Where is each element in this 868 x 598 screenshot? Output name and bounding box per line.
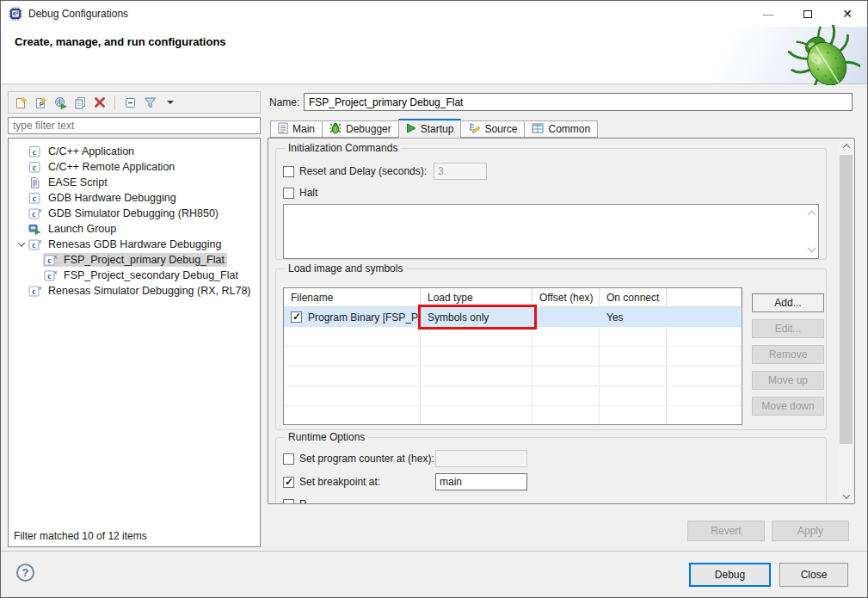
row-enabled-checkbox[interactable] xyxy=(291,311,302,323)
main-tab-icon xyxy=(278,122,288,137)
svg-text:c: c xyxy=(47,256,52,265)
set-program-counter-checkbox[interactable] xyxy=(283,453,294,465)
startup-play-icon xyxy=(406,123,416,136)
svg-text:c: c xyxy=(47,271,52,281)
tree-item-gdb-simulator-debugging[interactable]: cx GDB Simulator Debugging (RH850) xyxy=(9,206,260,221)
tree-item-gdb-hardware-debugging[interactable]: c GDB Hardware Debugging xyxy=(9,190,260,206)
svg-text:c: c xyxy=(33,193,37,202)
reset-delay-value-field[interactable] xyxy=(434,163,487,180)
tab-debugger[interactable]: Debugger xyxy=(322,120,399,138)
tab-source[interactable]: Source xyxy=(460,120,525,138)
filter-input[interactable] xyxy=(8,117,261,134)
tree-item-cpp-application[interactable]: c C/C++ Application xyxy=(9,144,260,159)
name-input[interactable] xyxy=(304,93,853,111)
halt-checkbox[interactable] xyxy=(283,188,294,199)
filter-status: Filter matched 10 of 12 items xyxy=(14,530,147,542)
set-breakpoint-checkbox[interactable] xyxy=(283,477,294,488)
source-tab-icon xyxy=(468,122,480,137)
remove-button: Remove xyxy=(752,345,824,364)
startup-tab-content: Initialization Commands Reset and Delay … xyxy=(268,138,855,504)
help-button[interactable]: ? xyxy=(16,564,34,582)
filter-launch-configurations-icon[interactable] xyxy=(142,95,157,110)
reset-and-delay-checkbox[interactable] xyxy=(283,166,294,177)
edit-button: Edit... xyxy=(752,319,824,338)
tree-item-renesas-gdb-hardware-debugging[interactable]: cx Renesas GDB Hardware Debugging xyxy=(9,237,260,252)
export-launch-configurations-icon[interactable] xyxy=(52,95,68,110)
group-title: Initialization Commands xyxy=(285,142,401,154)
toolbar-separator xyxy=(114,96,115,109)
svg-text:x: x xyxy=(39,207,42,213)
tree-item-fsp-project-primary[interactable]: cx FSP_Project_primary Debug_Flat xyxy=(9,252,260,268)
empty-table-row xyxy=(284,367,742,386)
tab-startup[interactable]: Startup xyxy=(398,119,462,139)
svg-text:e²: e² xyxy=(13,10,19,16)
maximize-button[interactable] xyxy=(788,1,828,27)
common-tab-icon xyxy=(532,123,544,136)
column-on-connect[interactable]: On connect xyxy=(600,288,667,306)
table-button-column: Add... Edit... Remove Move up Move down xyxy=(752,293,824,416)
tab-common[interactable]: Common xyxy=(524,120,598,138)
filter-menu-dropdown[interactable] xyxy=(162,95,177,110)
c-ext-icon: cx xyxy=(28,207,42,220)
scrollbar-down-arrow[interactable] xyxy=(839,490,853,502)
c-ext-icon: cx xyxy=(43,268,58,282)
tree-item-cpp-remote-application[interactable]: c C/C++ Remote Application xyxy=(9,159,260,175)
c-ext-icon: cx xyxy=(43,253,58,267)
config-toolbar: P xyxy=(8,91,261,114)
svg-text:x: x xyxy=(39,238,42,244)
breakpoint-field[interactable] xyxy=(435,473,527,490)
tree-item-launch-group[interactable]: Launch Group xyxy=(9,221,260,237)
tree-item-renesas-simulator-debugging[interactable]: cx Renesas Simulator Debugging (RX, RL78… xyxy=(9,283,260,299)
minimize-button[interactable]: — xyxy=(748,1,788,27)
c-app-icon: c xyxy=(28,160,42,174)
svg-text:x: x xyxy=(39,285,42,291)
script-icon xyxy=(28,176,42,189)
dialog-body: P xyxy=(1,85,867,551)
row-offset[interactable] xyxy=(532,307,600,327)
expander-chevron[interactable] xyxy=(15,242,28,247)
empty-table-row xyxy=(284,347,742,367)
halt-label: Halt xyxy=(299,187,317,199)
banner-heading: Create, manage, and run configurations xyxy=(15,35,226,48)
delete-launch-configuration-icon[interactable] xyxy=(92,95,108,110)
init-commands-textarea[interactable] xyxy=(283,204,819,259)
revert-button: Revert xyxy=(687,521,765,541)
group-title: Runtime Options xyxy=(285,431,368,443)
row-on-connect[interactable]: Yes xyxy=(600,307,667,327)
svg-text:c: c xyxy=(32,287,36,296)
add-button[interactable]: Add... xyxy=(752,293,824,312)
duplicate-launch-configuration-icon[interactable] xyxy=(72,95,88,110)
c-app-icon: c xyxy=(28,191,42,205)
tab-folder: Main Debugger Startup Source xyxy=(268,119,855,504)
new-launch-configuration-icon[interactable] xyxy=(13,95,28,110)
move-up-button: Move up xyxy=(752,371,824,390)
scroll-up-icon xyxy=(808,211,816,219)
scrollbar-up-arrow[interactable] xyxy=(839,139,853,152)
close-button[interactable]: Close xyxy=(779,563,848,587)
close-window-button[interactable]: ✕ xyxy=(828,1,867,27)
program-counter-field[interactable] xyxy=(435,450,527,467)
scrollbar-thumb[interactable] xyxy=(840,155,853,444)
tree-item-fsp-project-secondary[interactable]: cx FSP_Project_secondary Debug_Flat xyxy=(9,268,260,283)
column-load-type[interactable]: Load type xyxy=(421,288,532,306)
launch-group-icon xyxy=(28,222,42,236)
column-empty xyxy=(667,288,742,306)
new-prototype-icon[interactable]: P xyxy=(33,95,48,110)
column-filename[interactable]: Filename xyxy=(284,288,421,306)
c-ext-icon: cx xyxy=(28,237,42,251)
chevron-down-icon xyxy=(167,101,174,104)
collapse-all-icon[interactable] xyxy=(122,95,138,110)
c-ext-icon: cx xyxy=(28,284,42,298)
svg-text:c: c xyxy=(32,209,36,219)
load-image-table: Filename Load type Offset (hex) On conne… xyxy=(283,287,742,425)
tree-item-ease-script[interactable]: EASE Script xyxy=(9,175,260,190)
revert-apply-row: Revert Apply xyxy=(687,521,849,541)
column-offset[interactable]: Offset (hex) xyxy=(532,288,600,306)
svg-text:c: c xyxy=(33,146,37,156)
partial-checkbox[interactable] xyxy=(283,499,294,504)
tab-main[interactable]: Main xyxy=(270,120,323,138)
content-scrollbar[interactable] xyxy=(839,139,853,502)
move-down-button: Move down xyxy=(752,397,824,416)
debug-button[interactable]: Debug xyxy=(689,563,771,587)
button-bar: ? Debug Close xyxy=(1,551,867,597)
